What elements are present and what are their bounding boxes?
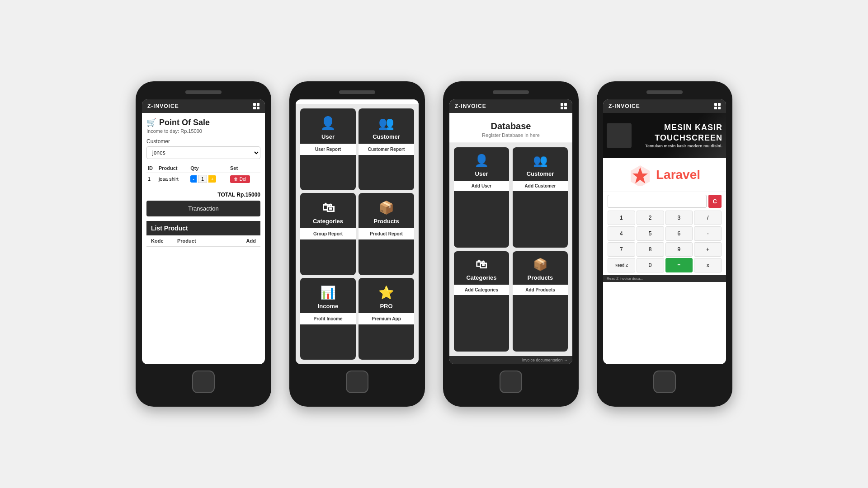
menu-card-income[interactable]: 📊 Income Profit Income xyxy=(300,278,356,360)
calc-btn-6[interactable]: 6 xyxy=(665,226,693,241)
menu-card-income-top: 📊 Income xyxy=(300,278,356,313)
categories-icon: 🛍 xyxy=(322,200,335,215)
db-card-products-top: 📦 Products xyxy=(513,251,568,285)
phone-3-app-title: Z-INVOICE xyxy=(455,103,486,109)
menu-card-customer-top: 👥 Customer xyxy=(359,108,414,144)
db-header: Database Register Database in here xyxy=(449,113,572,143)
menu-card-products-top: 📦 Products xyxy=(359,193,414,228)
calc-btn-8[interactable]: 8 xyxy=(637,242,664,257)
del-btn[interactable]: 🗑 Del xyxy=(230,175,250,183)
calc-btn-minus[interactable]: - xyxy=(694,226,722,241)
menu-grid: 👤 User User Report 👥 Customer Customer R… xyxy=(296,104,419,364)
calc-btn-plus[interactable]: + xyxy=(694,242,722,257)
customer-report-btn[interactable]: Customer Report xyxy=(359,144,414,155)
calc-display: C xyxy=(603,192,726,211)
product-table: ID Product Qty Set 1 josa shirt - 1 xyxy=(146,164,260,185)
col-product: Product xyxy=(157,164,189,173)
list-product-cols: Kode Product Add xyxy=(146,235,260,247)
menu-card-user[interactable]: 👤 User User Report xyxy=(300,108,356,190)
add-customer-btn[interactable]: Add Customer xyxy=(513,181,568,191)
col-kode: Kode xyxy=(151,238,177,244)
premium-app-btn[interactable]: Premium App xyxy=(359,313,414,324)
banner-main-title: MESIN KASIR xyxy=(645,122,722,133)
phone-3: Z-INVOICE Database Register Database in … xyxy=(443,81,579,407)
phone-1-speaker xyxy=(185,90,222,94)
list-product-header: List Product xyxy=(146,221,260,235)
menu-card-customer[interactable]: 👥 Customer Customer Report xyxy=(359,108,414,190)
menu-card-categories-top: 🛍 Categories xyxy=(300,193,356,228)
banner-image-placeholder xyxy=(607,123,632,148)
pos-total: TOTAL Rp.15000 xyxy=(146,192,260,198)
group-report-btn[interactable]: Group Report xyxy=(300,228,356,239)
calc-input[interactable] xyxy=(608,195,707,208)
calc-btn-9[interactable]: 9 xyxy=(665,242,693,257)
calc-btn-equals[interactable]: = xyxy=(665,258,693,272)
calc-btn-7[interactable]: 7 xyxy=(608,242,635,257)
phone-1-grid-icon[interactable] xyxy=(253,103,259,109)
laravel-logo-icon xyxy=(629,164,651,186)
customer-icon: 👥 xyxy=(378,116,394,131)
pro-icon: ⭐ xyxy=(378,285,394,300)
col-set: Set xyxy=(229,164,260,173)
phone-2-screen: 👤 User User Report 👥 Customer Customer R… xyxy=(296,99,419,364)
phone-2-home-btn[interactable] xyxy=(346,371,368,393)
profit-income-btn[interactable]: Profit Income xyxy=(300,313,356,324)
product-report-btn[interactable]: Product Report xyxy=(359,228,414,239)
phone-3-grid-icon[interactable] xyxy=(561,103,567,109)
row-del: 🗑 Del xyxy=(229,173,260,185)
phone-1-screen: Z-INVOICE 🛒 Point Of Sale Income to day:… xyxy=(142,99,265,364)
table-row: 1 josa shirt - 1 + 🗑 Del xyxy=(146,173,260,185)
qty-minus-btn[interactable]: - xyxy=(190,175,197,183)
calc-btn-0[interactable]: 0 xyxy=(637,258,664,272)
col-add: Add xyxy=(230,238,256,244)
phone-4-home-btn[interactable] xyxy=(653,371,676,393)
calc-btn-div[interactable]: / xyxy=(694,211,722,225)
add-categories-btn[interactable]: Add Categories xyxy=(454,285,509,295)
calc-footer: Read Z-invoice docu... xyxy=(603,275,726,282)
qty-plus-btn[interactable]: + xyxy=(208,175,216,183)
phone-1-home-btn[interactable] xyxy=(192,371,215,393)
calc-btn-1[interactable]: 1 xyxy=(608,211,635,225)
phone-4-header: Z-INVOICE xyxy=(603,99,726,113)
phone-3-home-btn[interactable] xyxy=(500,371,522,393)
pos-content: 🛒 Point Of Sale Income to day: Rp.15000 … xyxy=(142,113,265,364)
phone-2-topbar xyxy=(296,99,419,104)
phone-1: Z-INVOICE 🛒 Point Of Sale Income to day:… xyxy=(136,81,271,407)
menu-card-categories[interactable]: 🛍 Categories Group Report xyxy=(300,193,356,275)
phone-4-grid-icon[interactable] xyxy=(714,103,721,109)
customer-select[interactable]: jones xyxy=(146,146,260,159)
phone-1-header: Z-INVOICE xyxy=(142,99,265,113)
phone-4-screen: Z-INVOICE MESIN KASIR TOUCHSCREEN Temuka… xyxy=(603,99,726,364)
col-qty: Qty xyxy=(189,164,229,173)
calc-btn-read[interactable]: Read Z xyxy=(608,258,635,272)
db-card-customer-top: 👥 Customer xyxy=(513,147,568,181)
db-card-products[interactable]: 📦 Products Add Products xyxy=(513,251,568,352)
col-id: ID xyxy=(146,164,157,173)
menu-card-pro-top: ⭐ PRO xyxy=(359,278,414,313)
income-icon: 📊 xyxy=(320,285,336,300)
calc-btn-2[interactable]: 2 xyxy=(637,211,664,225)
calc-btn-3[interactable]: 3 xyxy=(665,211,693,225)
calc-btn-4[interactable]: 4 xyxy=(608,226,635,241)
add-products-btn[interactable]: Add Products xyxy=(513,285,568,295)
user-report-btn[interactable]: User Report xyxy=(300,144,356,155)
calc-clear-btn[interactable]: C xyxy=(708,195,722,208)
phone-4: Z-INVOICE MESIN KASIR TOUCHSCREEN Temuka… xyxy=(597,81,732,407)
row-id: 1 xyxy=(146,173,157,185)
calc-btn-5[interactable]: 5 xyxy=(637,226,664,241)
kasir-banner: MESIN KASIR TOUCHSCREEN Temukan mesin ka… xyxy=(603,113,726,158)
phone-3-header: Z-INVOICE xyxy=(449,99,572,113)
banner-subtitle: Temukan mesin kasir modern mu disini. xyxy=(645,144,722,149)
menu-card-pro[interactable]: ⭐ PRO Premium App xyxy=(359,278,414,360)
menu-card-products[interactable]: 📦 Products Product Report xyxy=(359,193,414,275)
calc-grid: 1 2 3 / 4 5 6 - 7 8 9 + Read Z 0 = x xyxy=(603,211,726,275)
db-card-categories[interactable]: 🛍 Categories Add Categories xyxy=(454,251,509,352)
calc-btn-x[interactable]: x xyxy=(694,258,722,272)
phone-4-speaker xyxy=(646,90,683,94)
db-card-customer[interactable]: 👥 Customer Add Customer xyxy=(513,147,568,248)
db-subtitle: Register Database in here xyxy=(454,132,568,138)
products-icon: 📦 xyxy=(378,200,394,215)
transaction-btn[interactable]: Transaction xyxy=(146,201,260,216)
add-user-btn[interactable]: Add User xyxy=(454,181,509,191)
db-card-user[interactable]: 👤 User Add User xyxy=(454,147,509,248)
